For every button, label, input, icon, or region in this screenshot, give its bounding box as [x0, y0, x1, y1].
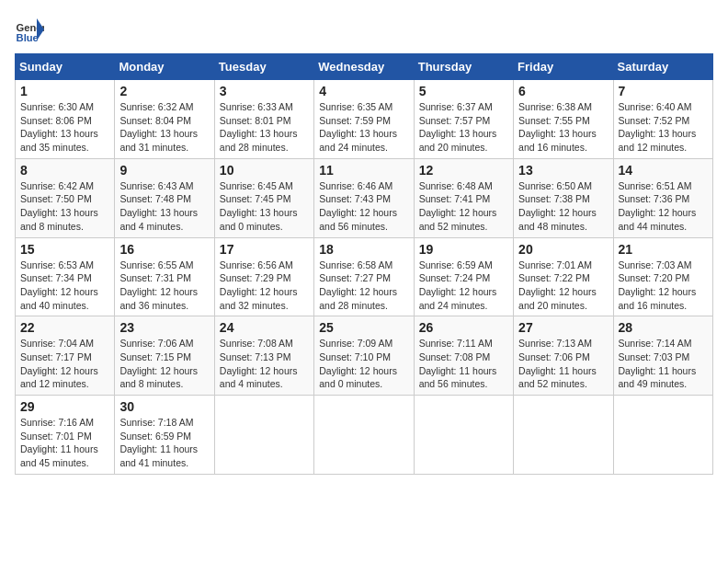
- day-number: 23: [119, 320, 209, 335]
- calendar-week-5: 29Sunrise: 7:16 AMSunset: 7:01 PMDayligh…: [16, 396, 713, 475]
- day-number: 13: [518, 163, 608, 178]
- day-info: Sunrise: 7:13 AMSunset: 7:06 PMDaylight:…: [518, 337, 608, 391]
- day-cell-17: 17Sunrise: 6:56 AMSunset: 7:29 PMDayligh…: [214, 237, 313, 316]
- day-number: 18: [319, 242, 408, 257]
- day-info: Sunrise: 6:38 AMSunset: 7:55 PMDaylight:…: [518, 100, 608, 155]
- empty-cell: [613, 396, 712, 475]
- day-cell-22: 22Sunrise: 7:04 AMSunset: 7:17 PMDayligh…: [16, 316, 115, 396]
- day-number: 8: [20, 163, 109, 178]
- day-number: 9: [119, 163, 209, 178]
- logo: General Blue: [15, 15, 48, 44]
- day-number: 12: [419, 163, 508, 178]
- page-header: General Blue: [15, 15, 713, 44]
- day-info: Sunrise: 7:08 AMSunset: 7:13 PMDaylight:…: [220, 337, 309, 391]
- day-number: 2: [119, 84, 209, 98]
- day-cell-18: 18Sunrise: 6:58 AMSunset: 7:27 PMDayligh…: [314, 237, 414, 316]
- day-number: 4: [319, 84, 408, 98]
- day-number: 3: [220, 84, 309, 98]
- day-cell-11: 11Sunrise: 6:46 AMSunset: 7:43 PMDayligh…: [314, 158, 414, 237]
- day-info: Sunrise: 6:33 AMSunset: 8:01 PMDaylight:…: [220, 100, 309, 155]
- calendar-body: 1Sunrise: 6:30 AMSunset: 8:06 PMDaylight…: [16, 80, 713, 475]
- day-cell-19: 19Sunrise: 6:59 AMSunset: 7:24 PMDayligh…: [414, 237, 513, 316]
- day-cell-9: 9Sunrise: 6:43 AMSunset: 7:48 PMDaylight…: [115, 158, 214, 237]
- day-number: 16: [119, 242, 209, 257]
- day-info: Sunrise: 6:48 AMSunset: 7:41 PMDaylight:…: [419, 179, 508, 234]
- day-cell-25: 25Sunrise: 7:09 AMSunset: 7:10 PMDayligh…: [314, 316, 414, 396]
- day-cell-4: 4Sunrise: 6:35 AMSunset: 7:59 PMDaylight…: [314, 80, 414, 159]
- day-cell-13: 13Sunrise: 6:50 AMSunset: 7:38 PMDayligh…: [514, 158, 613, 237]
- day-info: Sunrise: 6:56 AMSunset: 7:29 PMDaylight:…: [220, 259, 309, 313]
- day-info: Sunrise: 7:09 AMSunset: 7:10 PMDaylight:…: [319, 337, 408, 391]
- day-info: Sunrise: 6:51 AMSunset: 7:36 PMDaylight:…: [619, 179, 708, 234]
- calendar-week-3: 15Sunrise: 6:53 AMSunset: 7:34 PMDayligh…: [16, 237, 713, 316]
- day-info: Sunrise: 6:58 AMSunset: 7:27 PMDaylight:…: [319, 259, 408, 313]
- day-info: Sunrise: 7:04 AMSunset: 7:17 PMDaylight:…: [20, 337, 109, 391]
- day-cell-10: 10Sunrise: 6:45 AMSunset: 7:45 PMDayligh…: [214, 158, 313, 237]
- day-cell-16: 16Sunrise: 6:55 AMSunset: 7:31 PMDayligh…: [115, 237, 214, 316]
- day-number: 25: [319, 320, 408, 335]
- calendar-week-2: 8Sunrise: 6:42 AMSunset: 7:50 PMDaylight…: [16, 158, 713, 237]
- day-number: 27: [518, 320, 608, 335]
- day-cell-6: 6Sunrise: 6:38 AMSunset: 7:55 PMDaylight…: [514, 80, 613, 159]
- column-header-friday: Friday: [514, 54, 613, 80]
- day-cell-28: 28Sunrise: 7:14 AMSunset: 7:03 PMDayligh…: [613, 316, 712, 396]
- day-info: Sunrise: 7:01 AMSunset: 7:22 PMDaylight:…: [518, 259, 608, 313]
- day-info: Sunrise: 7:14 AMSunset: 7:03 PMDaylight:…: [619, 337, 708, 391]
- day-cell-15: 15Sunrise: 6:53 AMSunset: 7:34 PMDayligh…: [16, 237, 115, 316]
- day-number: 5: [419, 84, 508, 98]
- day-number: 10: [220, 163, 309, 178]
- day-cell-8: 8Sunrise: 6:42 AMSunset: 7:50 PMDaylight…: [16, 158, 115, 237]
- day-cell-21: 21Sunrise: 7:03 AMSunset: 7:20 PMDayligh…: [613, 237, 712, 316]
- day-cell-30: 30Sunrise: 7:18 AMSunset: 6:59 PMDayligh…: [115, 396, 214, 475]
- day-cell-27: 27Sunrise: 7:13 AMSunset: 7:06 PMDayligh…: [514, 316, 613, 396]
- day-number: 1: [20, 84, 109, 98]
- column-header-sunday: Sunday: [16, 54, 115, 80]
- day-number: 17: [220, 242, 309, 257]
- column-header-thursday: Thursday: [414, 54, 513, 80]
- day-info: Sunrise: 6:42 AMSunset: 7:50 PMDaylight:…: [20, 179, 109, 234]
- day-cell-23: 23Sunrise: 7:06 AMSunset: 7:15 PMDayligh…: [115, 316, 214, 396]
- day-cell-7: 7Sunrise: 6:40 AMSunset: 7:52 PMDaylight…: [613, 80, 712, 159]
- day-number: 22: [20, 320, 109, 335]
- day-info: Sunrise: 6:37 AMSunset: 7:57 PMDaylight:…: [419, 100, 508, 155]
- day-info: Sunrise: 7:06 AMSunset: 7:15 PMDaylight:…: [119, 337, 209, 391]
- day-info: Sunrise: 6:59 AMSunset: 7:24 PMDaylight:…: [419, 259, 508, 313]
- column-header-monday: Monday: [115, 54, 214, 80]
- day-info: Sunrise: 6:55 AMSunset: 7:31 PMDaylight:…: [119, 259, 209, 313]
- day-cell-24: 24Sunrise: 7:08 AMSunset: 7:13 PMDayligh…: [214, 316, 313, 396]
- day-info: Sunrise: 6:46 AMSunset: 7:43 PMDaylight:…: [319, 179, 408, 234]
- empty-cell: [514, 396, 613, 475]
- day-number: 14: [619, 163, 708, 178]
- empty-cell: [314, 396, 414, 475]
- day-info: Sunrise: 6:30 AMSunset: 8:06 PMDaylight:…: [20, 100, 109, 155]
- day-info: Sunrise: 7:18 AMSunset: 6:59 PMDaylight:…: [119, 416, 209, 470]
- day-number: 28: [619, 320, 708, 335]
- day-info: Sunrise: 6:32 AMSunset: 8:04 PMDaylight:…: [119, 100, 209, 155]
- day-cell-20: 20Sunrise: 7:01 AMSunset: 7:22 PMDayligh…: [514, 237, 613, 316]
- day-number: 19: [419, 242, 508, 257]
- day-number: 29: [20, 399, 109, 414]
- empty-cell: [414, 396, 513, 475]
- calendar-week-4: 22Sunrise: 7:04 AMSunset: 7:17 PMDayligh…: [16, 316, 713, 396]
- day-cell-26: 26Sunrise: 7:11 AMSunset: 7:08 PMDayligh…: [414, 316, 513, 396]
- day-cell-2: 2Sunrise: 6:32 AMSunset: 8:04 PMDaylight…: [115, 80, 214, 159]
- day-number: 6: [518, 84, 608, 98]
- day-number: 11: [319, 163, 408, 178]
- svg-text:Blue: Blue: [17, 32, 39, 43]
- day-info: Sunrise: 7:11 AMSunset: 7:08 PMDaylight:…: [419, 337, 508, 391]
- day-cell-14: 14Sunrise: 6:51 AMSunset: 7:36 PMDayligh…: [613, 158, 712, 237]
- day-info: Sunrise: 6:35 AMSunset: 7:59 PMDaylight:…: [319, 100, 408, 155]
- day-number: 30: [119, 399, 209, 414]
- day-info: Sunrise: 6:40 AMSunset: 7:52 PMDaylight:…: [619, 100, 708, 155]
- calendar-header-row: SundayMondayTuesdayWednesdayThursdayFrid…: [16, 54, 713, 80]
- day-info: Sunrise: 6:45 AMSunset: 7:45 PMDaylight:…: [220, 179, 309, 234]
- day-number: 20: [518, 242, 608, 257]
- day-number: 7: [619, 84, 708, 98]
- logo-icon: General Blue: [15, 15, 44, 44]
- day-cell-12: 12Sunrise: 6:48 AMSunset: 7:41 PMDayligh…: [414, 158, 513, 237]
- day-cell-3: 3Sunrise: 6:33 AMSunset: 8:01 PMDaylight…: [214, 80, 313, 159]
- day-number: 24: [220, 320, 309, 335]
- calendar-week-1: 1Sunrise: 6:30 AMSunset: 8:06 PMDaylight…: [16, 80, 713, 159]
- column-header-saturday: Saturday: [613, 54, 712, 80]
- day-info: Sunrise: 7:16 AMSunset: 7:01 PMDaylight:…: [20, 416, 109, 470]
